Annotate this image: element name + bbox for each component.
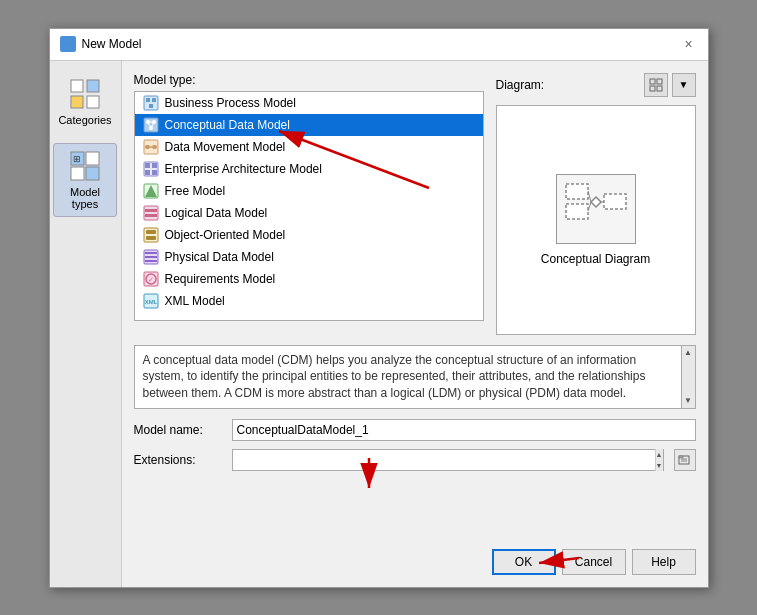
title-bar: New Model × [50,29,708,61]
sidebar-item-model-types[interactable]: ⊞ Model types [53,143,117,217]
list-item-bpm[interactable]: Business Process Model [135,92,483,114]
ok-button[interactable]: OK [492,549,556,575]
svg-rect-2 [62,45,67,50]
svg-line-58 [588,191,591,202]
pdm-icon [143,249,159,265]
svg-rect-0 [62,38,67,43]
sidebar-categories-label: Categories [58,114,111,126]
sidebar-model-types-label: Model types [60,186,110,210]
diagram-thumbnail [556,174,636,244]
description-scrollbar[interactable]: ▲ ▼ [681,346,695,408]
svg-text:⊞: ⊞ [73,154,81,164]
svg-rect-55 [566,204,588,219]
dialog-title: New Model [82,37,142,51]
svg-rect-56 [604,194,626,209]
dialog-wrapper: New Model × Categories ⊞ [49,28,709,588]
svg-rect-11 [71,167,84,180]
sidebar: Categories ⊞ Model types [50,61,122,587]
svg-rect-54 [566,184,588,199]
list-item-req[interactable]: ✓ Requirements Model [135,268,483,290]
list-item-xml[interactable]: XML XML Model [135,290,483,312]
svg-rect-32 [152,170,157,175]
extensions-browse-button[interactable] [674,449,696,471]
scroll-up-arrow[interactable]: ▲ [683,348,693,358]
content-top-row: Model type: Business Process Model [134,73,696,335]
sidebar-item-categories[interactable]: Categories [53,71,117,133]
svg-rect-25 [145,145,150,149]
help-button[interactable]: Help [632,549,696,575]
extensions-scrollbar[interactable]: ▲ ▼ [655,449,663,471]
svg-rect-26 [152,145,157,149]
svg-rect-35 [144,206,158,220]
req-icon: ✓ [143,271,159,287]
svg-rect-42 [145,252,157,254]
cancel-button[interactable]: Cancel [562,549,626,575]
spacer [134,479,696,549]
svg-rect-51 [657,79,662,84]
bpm-icon [143,95,159,111]
grid-view-button[interactable] [644,73,668,97]
conceptual-diagram-svg [561,179,631,239]
svg-rect-29 [145,163,150,168]
svg-rect-40 [146,236,156,240]
oom-icon [143,227,159,243]
svg-text:XML: XML [144,299,157,305]
ldm-icon [143,205,159,221]
title-bar-left: New Model [60,36,142,52]
svg-text:✓: ✓ [148,276,154,283]
svg-rect-1 [69,38,74,43]
svg-rect-50 [650,79,655,84]
svg-rect-31 [145,170,150,175]
categories-icon [69,78,101,110]
extensions-input[interactable] [233,451,655,469]
diagram-name-label: Conceptual Diagram [541,252,650,266]
fm-icon [143,183,159,199]
xml-icon: XML [143,293,159,309]
svg-rect-52 [650,86,655,91]
main-content: Model type: Business Process Model [122,61,708,587]
close-button[interactable]: × [680,35,698,53]
svg-rect-3 [69,45,74,50]
svg-rect-7 [87,96,99,108]
model-name-input[interactable] [232,419,696,441]
svg-rect-44 [145,260,157,262]
button-row: OK Cancel Help [134,549,696,575]
model-types-icon: ⊞ [69,150,101,182]
scroll-down-arrow[interactable]: ▼ [683,396,693,406]
ext-scroll-up[interactable]: ▲ [656,449,663,460]
model-type-label: Model type: [134,73,484,87]
ext-scroll-down[interactable]: ▼ [656,460,663,471]
description-section: A conceptual data model (CDM) helps you … [134,345,696,409]
svg-rect-37 [145,214,157,217]
list-item-oom[interactable]: Object-Oriented Model [135,224,483,246]
diagram-section: Diagram: ▼ [496,73,696,335]
svg-rect-36 [145,209,157,212]
extensions-label: Extensions: [134,453,224,467]
model-type-section: Model type: Business Process Model [134,73,484,335]
model-list[interactable]: Business Process Model [134,91,484,321]
svg-rect-43 [145,256,157,258]
description-text: A conceptual data model (CDM) helps you … [143,353,646,401]
dmm-icon [143,139,159,155]
svg-rect-5 [71,96,83,108]
model-name-label: Model name: [134,423,224,437]
svg-rect-39 [146,230,156,234]
svg-marker-57 [591,197,601,207]
svg-rect-53 [657,86,662,91]
list-item-pdm[interactable]: Physical Data Model [135,246,483,268]
svg-rect-6 [87,80,99,92]
list-item-dmm[interactable]: Data Movement Model [135,136,483,158]
eam-icon [143,161,159,177]
list-item-cdm[interactable]: Conceptual Data Model [135,114,483,136]
list-view-button[interactable]: ▼ [672,73,696,97]
list-item-eam[interactable]: Enterprise Architecture Model [135,158,483,180]
extensions-row: Extensions: ▲ ▼ [134,449,696,471]
cdm-icon [143,117,159,133]
svg-rect-10 [86,152,99,165]
list-item-fm[interactable]: Free Model [135,180,483,202]
diagram-area: Conceptual Diagram [496,105,696,335]
svg-rect-12 [86,167,99,180]
dialog: New Model × Categories ⊞ [49,28,709,588]
list-item-ldm[interactable]: Logical Data Model [135,202,483,224]
svg-rect-16 [149,104,153,108]
